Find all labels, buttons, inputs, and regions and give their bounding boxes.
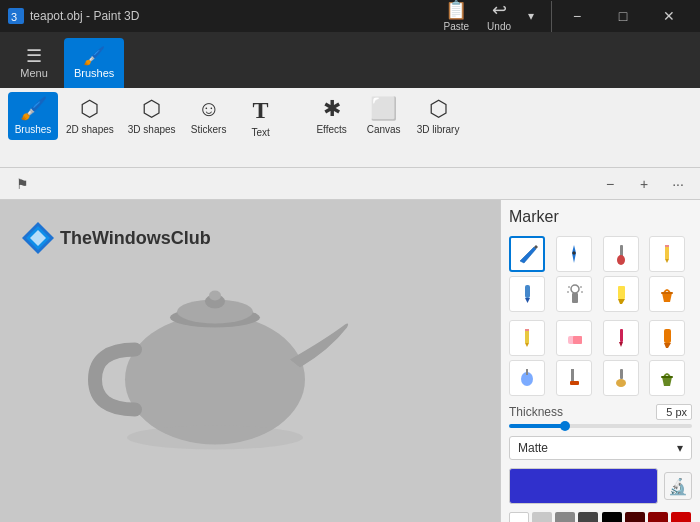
title-bar: 3 teapot.obj - Paint 3D 📋 Paste ↩ Undo ▾… (0, 0, 700, 32)
svg-marker-17 (525, 298, 530, 303)
undo-button[interactable]: ↩ Undo (479, 0, 519, 36)
teapot-svg (85, 260, 365, 460)
plus-icon: + (640, 176, 648, 192)
main-layout: TheWindowsClub M (0, 200, 700, 522)
ribbon-group-text[interactable]: T Text (236, 92, 286, 143)
color-swatch[interactable] (671, 512, 691, 522)
svg-point-21 (580, 286, 582, 288)
flag-button[interactable]: ⚑ (8, 170, 36, 198)
eyedropper-icon: 🔬 (668, 477, 688, 496)
brush-eraser[interactable] (556, 320, 592, 356)
title-bar-left: 3 teapot.obj - Paint 3D (8, 8, 139, 24)
stickers-icon: ☺ (197, 96, 219, 122)
svg-marker-14 (665, 259, 669, 263)
svg-rect-15 (665, 245, 669, 247)
paste-undo-area: 📋 Paste ↩ Undo ▾ (436, 0, 541, 36)
ribbon-row2-items: ✱ Effects ⬜ Canvas ⬡ 3D library (307, 92, 466, 140)
color-swatch[interactable] (625, 512, 645, 522)
minus-icon: − (606, 176, 614, 192)
svg-marker-25 (618, 299, 625, 304)
paste-button[interactable]: 📋 Paste (436, 0, 478, 36)
3dshapes-label: 3D shapes (128, 124, 176, 136)
minimize-button[interactable]: − (554, 0, 600, 32)
effects-label: Effects (316, 124, 346, 136)
brush-ink-pen[interactable] (603, 320, 639, 356)
undo-label: Undo (487, 21, 511, 32)
title-bar-right: 📋 Paste ↩ Undo ▾ − □ ✕ (436, 0, 692, 36)
ribbon-group-stickers[interactable]: ☺ Stickers (184, 92, 234, 140)
brush-pencil[interactable] (649, 236, 685, 272)
main-tabs: ☰ Menu 🖌️ Brushes (0, 32, 128, 88)
text-label: Text (251, 127, 269, 139)
svg-rect-37 (526, 369, 528, 375)
color-swatch[interactable] (509, 512, 529, 522)
svg-rect-34 (664, 329, 671, 343)
svg-point-23 (581, 291, 583, 293)
color-swatch[interactable] (532, 512, 552, 522)
text-icon: T (253, 96, 269, 125)
ribbon-group-effects[interactable]: ✱ Effects (307, 92, 357, 140)
ribbon-group-canvas[interactable]: ⬜ Canvas (359, 92, 409, 140)
brush-paintbrush[interactable] (603, 236, 639, 272)
brush-flat[interactable] (556, 360, 592, 396)
brush-spray[interactable] (556, 276, 592, 312)
brush-fill-bucket[interactable] (649, 360, 685, 396)
color-swatch[interactable] (648, 512, 668, 522)
canvas-icon: ⬜ (370, 96, 397, 122)
paste-label: Paste (444, 21, 470, 32)
tab-menu[interactable]: ☰ Menu (4, 38, 64, 88)
color-preview-swatch[interactable] (509, 468, 658, 504)
svg-rect-32 (620, 329, 623, 342)
brush-thick-marker[interactable] (649, 320, 685, 356)
brushes-group-icon: 🖌️ (20, 96, 47, 122)
brush-highlighter[interactable] (603, 276, 639, 312)
secondary-toolbar: ⚑ − + ··· (0, 168, 700, 200)
color-swatch[interactable] (555, 512, 575, 522)
ribbon-group-brushes[interactable]: 🖌️ Brushes (8, 92, 58, 140)
brush-calligraphy[interactable] (509, 236, 545, 272)
svg-rect-24 (618, 286, 625, 299)
brush-marker[interactable] (509, 276, 545, 312)
app-icon: 3 (8, 8, 24, 24)
svg-marker-28 (525, 343, 529, 347)
finish-chevron-icon: ▾ (677, 441, 683, 455)
color-preview-row: 🔬 (509, 468, 692, 504)
svg-marker-33 (619, 342, 623, 347)
finish-label: Matte (518, 441, 548, 455)
ribbon-content: 🖌️ Brushes ⬡ 2D shapes ⬡ 3D shapes ☺ Sti… (0, 88, 700, 168)
thickness-row: Thickness 5 px (509, 404, 692, 420)
svg-point-20 (568, 286, 570, 288)
ribbon-group-3dlibrary[interactable]: ⬡ 3D library (411, 92, 466, 140)
color-swatch[interactable] (578, 512, 598, 522)
brush-bucket[interactable] (649, 276, 685, 312)
minus-button[interactable]: − (596, 170, 624, 198)
brush-soft[interactable] (603, 360, 639, 396)
brush-watercolor[interactable] (509, 360, 545, 396)
maximize-button[interactable]: □ (600, 0, 646, 32)
svg-rect-38 (571, 369, 574, 381)
more-button[interactable]: ▾ (521, 6, 541, 26)
3dlibrary-label: 3D library (417, 124, 460, 136)
canvas-area[interactable]: TheWindowsClub (0, 200, 500, 522)
tab-brushes[interactable]: 🖌️ Brushes (64, 38, 124, 88)
svg-point-9 (209, 291, 221, 301)
finish-dropdown[interactable]: Matte ▾ (509, 436, 692, 460)
svg-rect-31 (573, 336, 582, 344)
ribbon-group-2dshapes[interactable]: ⬡ 2D shapes (60, 92, 120, 140)
more-options-button[interactable]: ··· (664, 170, 692, 198)
brush-grid-row2 (509, 320, 692, 396)
svg-rect-18 (572, 293, 578, 303)
thickness-slider[interactable] (509, 424, 692, 428)
canvas-label: Canvas (367, 124, 401, 136)
brush-pencil2[interactable] (509, 320, 545, 356)
eyedropper-button[interactable]: 🔬 (664, 472, 692, 500)
plus-button[interactable]: + (630, 170, 658, 198)
color-swatch[interactable] (602, 512, 622, 522)
svg-rect-27 (525, 330, 529, 343)
thickness-dot (560, 421, 570, 431)
ribbon-group-3dshapes[interactable]: ⬡ 3D shapes (122, 92, 182, 140)
svg-marker-35 (664, 343, 671, 348)
close-button[interactable]: ✕ (646, 0, 692, 32)
brush-fountain-pen[interactable] (556, 236, 592, 272)
2dshapes-icon: ⬡ (80, 96, 99, 122)
